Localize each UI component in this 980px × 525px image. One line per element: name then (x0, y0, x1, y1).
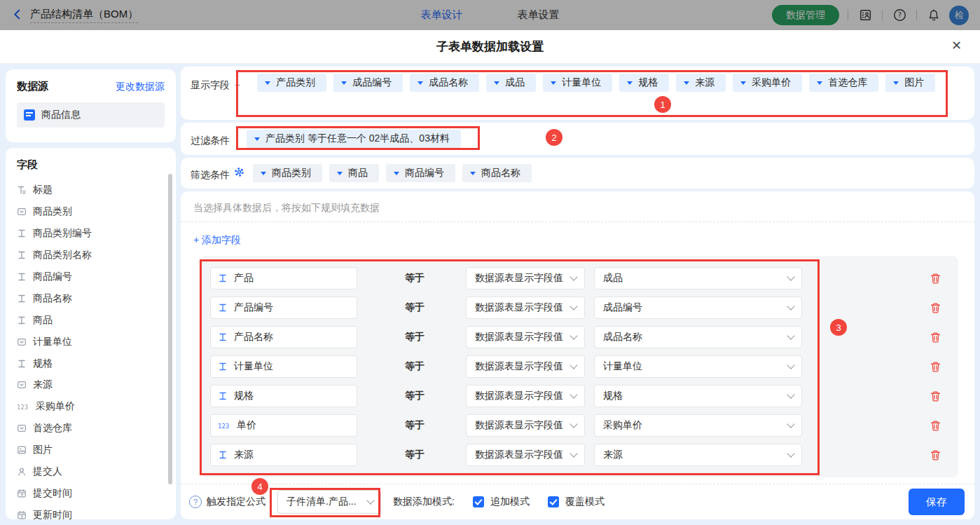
source-select[interactable]: 数据源表显示字段值 (466, 355, 585, 378)
field-tag[interactable]: 成品编号 (333, 74, 403, 92)
field-tag[interactable]: 采购单价 (733, 74, 802, 92)
sidebar-field-item[interactable]: 提交人 (17, 461, 176, 483)
value-select[interactable]: 来源 (594, 444, 802, 466)
trash-icon[interactable] (930, 273, 941, 285)
rule-field-input[interactable]: 计量单位 (210, 355, 357, 378)
image-icon (17, 445, 27, 455)
field-tag[interactable]: 商品名称 (462, 164, 532, 182)
gear-icon[interactable] (234, 167, 244, 179)
field-tag[interactable]: 来源 (676, 74, 726, 92)
help-circle-icon[interactable]: ? (189, 496, 202, 508)
source-select[interactable]: 数据源表显示字段值 (466, 326, 585, 348)
field-tag-label: 商品名称 (481, 167, 520, 179)
trash-icon[interactable] (930, 361, 941, 373)
divider (181, 221, 974, 222)
value-select[interactable]: 采购单价 (594, 414, 802, 437)
sidebar-field-item[interactable]: 规格 (17, 353, 176, 374)
sidebar-field-item[interactable]: 标题 (17, 179, 176, 201)
text-icon (218, 450, 228, 460)
close-icon[interactable]: ✕ (951, 39, 962, 52)
scrollbar[interactable] (168, 174, 172, 484)
value-select[interactable]: 成品编号 (594, 296, 802, 319)
sidebar-field-item[interactable]: 来源 (17, 374, 176, 396)
field-tag[interactable]: 图片 (885, 74, 935, 92)
rule-field-input[interactable]: 来源 (210, 444, 357, 466)
field-tag-label: 成品 (505, 76, 525, 89)
rule-field-input[interactable]: 规格 (210, 385, 357, 407)
field-tag[interactable]: 商品 (329, 164, 379, 182)
sidebar-field-item[interactable]: 商品名称 (17, 287, 176, 309)
trash-icon[interactable] (930, 420, 941, 432)
mode-checkbox[interactable]: 追加模式 (473, 496, 530, 508)
add-field-link[interactable]: + 添加字段 (193, 234, 241, 247)
chevron-down-icon (740, 81, 746, 85)
sidebar-field-item[interactable]: 更新时间 (17, 504, 176, 525)
trash-icon[interactable] (930, 332, 941, 343)
value-select-value: 计量单位 (603, 360, 642, 373)
source-select[interactable]: 数据源表显示字段值 (466, 385, 585, 407)
field-tag[interactable]: 商品编号 (386, 164, 455, 182)
value-select[interactable]: 计量单位 (594, 355, 802, 378)
sidebar-field-item[interactable]: 首选仓库 (17, 418, 176, 439)
rule-field-label: 单价 (237, 419, 256, 432)
calendar-icon (17, 510, 27, 520)
field-tag[interactable]: 成品 (486, 74, 536, 92)
sidebar-field-label: 规格 (33, 357, 53, 370)
sidebar-field-item[interactable]: 商品编号 (17, 266, 176, 288)
save-button[interactable]: 保存 (909, 489, 965, 515)
source-select[interactable]: 数据源表显示字段值 (466, 444, 585, 466)
sidebar-field-item[interactable]: 商品类别 (17, 201, 176, 223)
sidebar-field-item[interactable]: 商品 (17, 309, 176, 331)
screening-label: 筛选条件 (191, 165, 230, 184)
field-tag[interactable]: 首选仓库 (809, 74, 878, 92)
checkbox-checked-icon (548, 496, 559, 507)
value-select-value: 来源 (603, 449, 623, 461)
field-tag[interactable]: 计量单位 (543, 74, 612, 92)
trash-icon[interactable] (930, 390, 941, 402)
field-tag-label: 采购单价 (752, 76, 791, 89)
source-select[interactable]: 数据源表显示字段值 (466, 267, 585, 289)
source-select-value: 数据源表显示字段值 (475, 449, 563, 461)
formula-select[interactable]: 子件清单.产品... (277, 490, 381, 514)
rule-field-input[interactable]: 123 单价 (210, 414, 357, 437)
chevron-down-icon (787, 361, 794, 369)
text-icon (218, 273, 228, 283)
rule-field-input[interactable]: 产品 (210, 267, 357, 289)
field-tag[interactable]: 产品类别 (257, 74, 326, 92)
trash-icon[interactable] (930, 449, 941, 461)
change-datasource-link[interactable]: 更改数据源 (116, 81, 165, 93)
field-tag[interactable]: 产品类别 等于任意一个 02半成品、03材料 (247, 130, 461, 148)
checkbox-checked-icon (473, 496, 484, 507)
display-field-tags: 产品类别 成品编号 成品名称 成品 计量单位 规格 来源 采购单价 首选仓库 图… (257, 74, 935, 92)
chevron-down-icon (261, 172, 266, 175)
field-tag-label: 规格 (638, 76, 658, 89)
datasource-item[interactable]: 商品信息 (17, 102, 165, 128)
rule-field-label: 产品名称 (234, 331, 273, 343)
value-select[interactable]: 成品名称 (594, 326, 802, 348)
equals-label: 等于 (405, 449, 433, 461)
sidebar-field-item[interactable]: 商品类别名称 (17, 245, 176, 266)
text-icon (17, 359, 27, 369)
source-select[interactable]: 数据源表显示字段值 (466, 414, 585, 437)
field-tag[interactable]: 商品类别 (253, 164, 322, 182)
sidebar-field-item[interactable]: 商品类别编号 (17, 223, 176, 245)
sidebar-field-item[interactable]: 图片 (17, 439, 176, 461)
trash-icon[interactable] (930, 302, 941, 314)
field-tag[interactable]: 规格 (619, 74, 669, 92)
field-tag-label: 计量单位 (562, 76, 601, 89)
sidebar-field-label: 计量单位 (33, 336, 72, 348)
sidebar-field-item[interactable]: 提交时间 (17, 482, 176, 504)
value-select[interactable]: 成品 (594, 267, 802, 289)
chevron-down-icon (394, 172, 399, 175)
modal-header: 子表单数据加载设置 ✕ (0, 30, 980, 64)
add-display-field-button[interactable]: + (235, 76, 240, 94)
sidebar-field-item[interactable]: 123 采购单价 (17, 396, 176, 418)
sidebar-field-label: 商品类别编号 (33, 227, 92, 240)
sidebar-field-item[interactable]: 计量单位 (17, 331, 176, 353)
rule-field-input[interactable]: 产品编号 (210, 296, 357, 319)
rule-field-input[interactable]: 产品名称 (210, 326, 357, 348)
value-select[interactable]: 规格 (594, 385, 802, 407)
source-select[interactable]: 数据源表显示字段值 (466, 296, 585, 319)
mode-checkbox[interactable]: 覆盖模式 (548, 496, 605, 508)
field-tag[interactable]: 成品名称 (410, 74, 479, 92)
